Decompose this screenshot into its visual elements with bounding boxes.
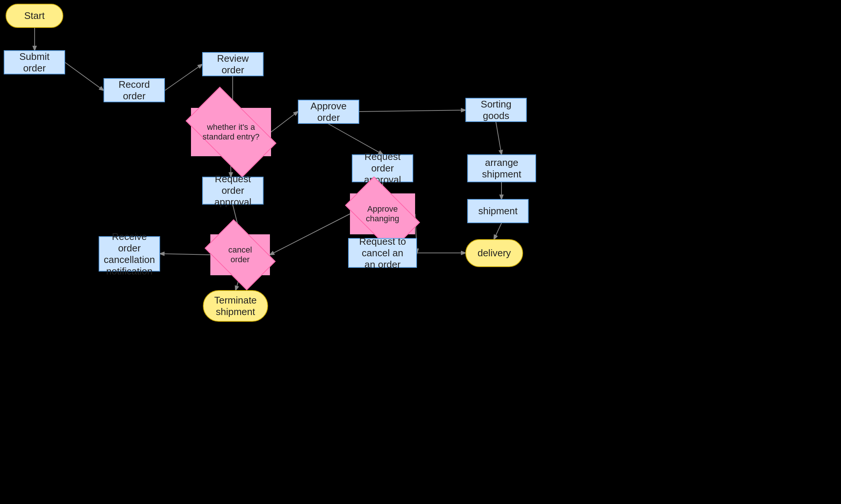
svg-line-2 [165, 64, 202, 90]
svg-line-10 [494, 223, 501, 239]
start-node: Start [6, 4, 63, 28]
request-approval-2-node: Request order approval [352, 154, 413, 182]
svg-line-5 [359, 110, 465, 112]
request-cancel-node: Request to cancel an an order [348, 238, 417, 268]
svg-line-7 [328, 124, 383, 154]
request-approval-1-node: Request order approval [202, 177, 264, 205]
approve-changing-diamond: Approve changing [350, 193, 415, 234]
standard-entry-diamond: whether it's a standard entry? [191, 108, 271, 156]
shipment-node: shipment [467, 199, 529, 223]
approve-order-node: Approve order [298, 100, 359, 124]
svg-line-8 [496, 122, 501, 154]
svg-line-15 [160, 254, 210, 255]
submit-order-node: Submit order [4, 50, 65, 74]
receive-cancel-node: Receive order cancellation notification [99, 236, 160, 272]
review-order-node: Review order [202, 52, 264, 76]
approve-changing-label: Approve changing [350, 193, 415, 234]
arrange-shipment-node: arrange shipment [467, 154, 536, 182]
svg-line-13 [270, 214, 350, 255]
record-order-node: Record order [103, 78, 165, 102]
cancel-order-label: cancel order [210, 234, 270, 275]
svg-line-1 [65, 62, 103, 90]
sorting-goods-node: Sorting goods [465, 98, 527, 122]
diamond-label: whether it's a standard entry? [191, 108, 271, 156]
svg-line-4 [271, 112, 298, 132]
terminate-node: Terminate shipment [203, 290, 268, 322]
cancel-order-diamond: cancel order [210, 234, 270, 275]
delivery-node: delivery [465, 239, 523, 267]
